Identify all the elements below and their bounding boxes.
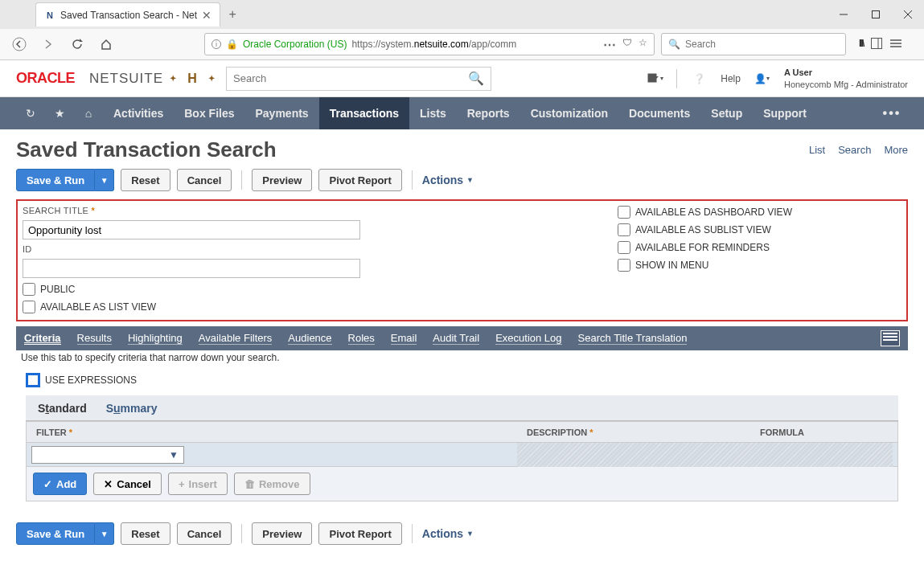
menu-icon[interactable] (890, 38, 901, 51)
subnav-more[interactable]: More (884, 144, 908, 156)
layout-toggle-icon[interactable] (881, 330, 900, 346)
reset-button-bottom[interactable]: Reset (121, 522, 170, 545)
reload-button[interactable] (66, 33, 88, 55)
global-search-input[interactable] (233, 72, 468, 84)
pivot-button-bottom[interactable]: Pivot Report (318, 522, 401, 545)
nav-payments[interactable]: Payments (245, 97, 319, 129)
nav-lists[interactable]: Lists (409, 97, 457, 129)
add-criteria-button[interactable]: ✓Add (33, 473, 87, 495)
browser-tab[interactable]: N Saved Transaction Search - Net ✕ (35, 2, 220, 27)
actions-menu[interactable]: Actions▼ (422, 174, 474, 186)
user-avatar-icon[interactable]: 👤▾ (754, 70, 771, 88)
subtab-audit-trail[interactable]: Audit Trail (433, 332, 479, 345)
reminders-checkbox[interactable] (618, 241, 630, 254)
home-button[interactable] (95, 33, 117, 55)
pivot-button[interactable]: Pivot Report (318, 169, 401, 191)
actions-menu-bottom[interactable]: Actions▼ (422, 527, 474, 540)
inner-tab-summary[interactable]: Summary (106, 402, 158, 415)
cancel-button-bottom[interactable]: Cancel (177, 522, 232, 545)
library-icon[interactable]: III\ (859, 38, 863, 51)
reset-button[interactable]: Reset (121, 169, 170, 191)
remove-criteria-button[interactable]: 🗑Remove (234, 473, 310, 495)
nav-reports[interactable]: Reports (457, 97, 520, 129)
help-icon[interactable]: ❔ (690, 70, 708, 88)
nav-overflow-icon[interactable]: ••• (876, 106, 908, 121)
history-icon[interactable]: ↻ (16, 97, 45, 129)
preview-button[interactable]: Preview (252, 169, 312, 191)
reminders-checkbox-row[interactable]: AVAILABLE FOR REMINDERS (618, 241, 901, 254)
chevron-down-icon: ▼ (466, 530, 474, 538)
info-icon[interactable]: i (211, 39, 221, 49)
nav-documents[interactable]: Documents (618, 97, 700, 129)
preview-button-bottom[interactable]: Preview (252, 522, 312, 545)
favorite-icon[interactable]: ★ (45, 97, 74, 129)
star-icon[interactable]: ☆ (639, 37, 647, 52)
close-tab-icon[interactable]: ✕ (202, 9, 211, 22)
page-title: Saved Transaction Search (16, 137, 277, 162)
sidebar-icon[interactable] (871, 38, 882, 51)
search-title-input[interactable] (23, 220, 360, 239)
subtab-audience[interactable]: Audience (288, 332, 331, 345)
separator (241, 524, 242, 543)
subtab-email[interactable]: Email (391, 332, 417, 345)
cancel-criteria-button[interactable]: ✕Cancel (93, 473, 162, 495)
maximize-button[interactable] (860, 0, 892, 29)
browser-search-box[interactable]: 🔍 (661, 33, 846, 55)
feedback-icon[interactable]: ▾ (646, 70, 663, 88)
save-run-dropdown[interactable]: ▼ (95, 169, 114, 191)
insert-criteria-button[interactable]: +Insert (168, 473, 228, 495)
url-bar[interactable]: i 🔒 Oracle Corporation (US) https://syst… (204, 33, 655, 55)
home-icon[interactable]: ⌂ (74, 97, 103, 129)
tab-hint: Use this tab to specify criteria that na… (16, 350, 908, 365)
subtab-available-filters[interactable]: Available Filters (199, 332, 273, 345)
subtab-results[interactable]: Results (77, 332, 112, 345)
inner-tab-standard[interactable]: Standard (38, 402, 87, 415)
filter-dropdown[interactable]: ▼ (31, 446, 184, 464)
show-menu-checkbox-row[interactable]: SHOW IN MENU (618, 259, 901, 272)
show-menu-checkbox[interactable] (618, 259, 630, 272)
subtab-highlighting[interactable]: Highlighting (128, 332, 183, 345)
nav-box-files[interactable]: Box Files (174, 97, 244, 129)
ellipsis-icon[interactable]: ⋯ (603, 37, 616, 52)
search-icon[interactable]: 🔍 (468, 71, 484, 86)
user-block[interactable]: A User Honeycomb Mfg - Administrator (784, 67, 908, 90)
nav-transactions[interactable]: Transactions (319, 97, 409, 129)
browser-search-input[interactable] (685, 39, 839, 50)
nav-support[interactable]: Support (753, 97, 817, 129)
user-role: Honeycomb Mfg - Administrator (784, 79, 908, 90)
subtab-criteria[interactable]: Criteria (24, 332, 61, 345)
cancel-button[interactable]: Cancel (177, 169, 232, 191)
list-view-checkbox-row[interactable]: AVAILABLE AS LIST VIEW (23, 301, 376, 313)
back-button[interactable] (8, 33, 31, 55)
forward-button[interactable] (37, 33, 60, 55)
lock-icon: 🔒 (226, 39, 238, 50)
subtab-execution-log[interactable]: Execution Log (495, 332, 561, 345)
save-run-button-bottom[interactable]: Save & Run (16, 522, 95, 545)
help-label[interactable]: Help (721, 73, 741, 84)
criteria-row[interactable]: ▼ (27, 443, 897, 467)
close-window-button[interactable] (892, 0, 924, 29)
sublist-view-checkbox-row[interactable]: AVAILABLE AS SUBLIST VIEW (618, 223, 901, 236)
shield-icon[interactable]: 🛡 (622, 37, 632, 52)
minimize-button[interactable] (827, 0, 860, 29)
subtab-roles[interactable]: Roles (348, 332, 375, 345)
nav-customization[interactable]: Customization (520, 97, 618, 129)
new-tab-button[interactable]: + (220, 2, 244, 27)
global-search[interactable]: 🔍 (226, 67, 491, 91)
dashboard-view-checkbox-row[interactable]: AVAILABLE AS DASHBOARD VIEW (618, 206, 901, 219)
dashboard-view-checkbox[interactable] (618, 206, 630, 219)
save-run-dropdown-bottom[interactable]: ▼ (95, 522, 114, 545)
sublist-view-checkbox[interactable] (618, 223, 630, 236)
subtab-title-translation[interactable]: Search Title Translation (578, 332, 688, 345)
use-expressions-checkbox[interactable] (26, 373, 40, 387)
list-view-checkbox[interactable] (23, 301, 35, 313)
col-formula: FORMULA (750, 428, 897, 437)
public-checkbox-row[interactable]: PUBLIC (23, 283, 376, 296)
save-run-button[interactable]: Save & Run (16, 169, 95, 191)
subnav-list[interactable]: List (809, 144, 825, 156)
public-checkbox[interactable] (23, 283, 35, 296)
nav-activities[interactable]: Activities (103, 97, 174, 129)
id-input[interactable] (23, 259, 360, 278)
subnav-search[interactable]: Search (838, 144, 871, 156)
nav-setup[interactable]: Setup (700, 97, 753, 129)
